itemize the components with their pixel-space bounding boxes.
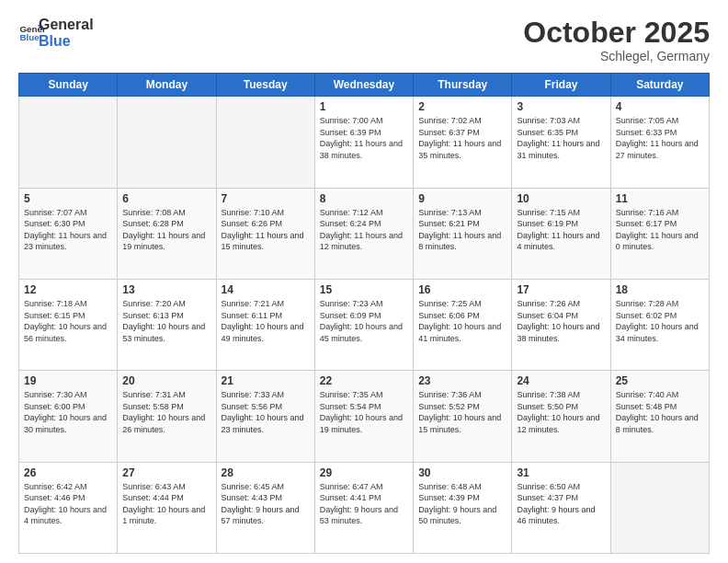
day-info: Sunrise: 7:08 AM Sunset: 6:28 PM Dayligh… — [122, 207, 210, 253]
calendar-cell: 28Sunrise: 6:45 AM Sunset: 4:43 PM Dayli… — [216, 462, 314, 553]
calendar-week-row: 5Sunrise: 7:07 AM Sunset: 6:30 PM Daylig… — [19, 188, 710, 279]
calendar-cell: 2Sunrise: 7:02 AM Sunset: 6:37 PM Daylig… — [414, 97, 512, 188]
calendar-cell: 26Sunrise: 6:42 AM Sunset: 4:46 PM Dayli… — [19, 462, 118, 553]
day-info: Sunrise: 7:23 AM Sunset: 6:09 PM Dayligh… — [320, 298, 408, 344]
day-info: Sunrise: 7:03 AM Sunset: 6:35 PM Dayligh… — [517, 115, 605, 161]
day-number: 17 — [517, 283, 605, 296]
title-block: October 2025 Schlegel, Germany — [523, 17, 710, 63]
day-number: 27 — [122, 466, 210, 479]
day-info: Sunrise: 7:21 AM Sunset: 6:11 PM Dayligh… — [222, 298, 310, 344]
day-info: Sunrise: 6:43 AM Sunset: 4:44 PM Dayligh… — [122, 481, 210, 527]
location-subtitle: Schlegel, Germany — [523, 49, 710, 63]
calendar-cell: 18Sunrise: 7:28 AM Sunset: 6:02 PM Dayli… — [610, 279, 709, 370]
calendar-cell — [216, 97, 314, 188]
calendar-week-row: 12Sunrise: 7:18 AM Sunset: 6:15 PM Dayli… — [19, 279, 710, 370]
calendar-cell: 12Sunrise: 7:18 AM Sunset: 6:15 PM Dayli… — [19, 279, 118, 370]
day-number: 7 — [222, 192, 310, 205]
logo-line2: Blue — [39, 33, 94, 50]
day-number: 30 — [418, 466, 506, 479]
calendar-cell: 10Sunrise: 7:15 AM Sunset: 6:19 PM Dayli… — [512, 188, 610, 279]
calendar-cell: 30Sunrise: 6:48 AM Sunset: 4:39 PM Dayli… — [414, 462, 512, 553]
day-info: Sunrise: 7:13 AM Sunset: 6:21 PM Dayligh… — [418, 207, 506, 253]
calendar-cell: 16Sunrise: 7:25 AM Sunset: 6:06 PM Dayli… — [414, 279, 512, 370]
calendar-cell: 13Sunrise: 7:20 AM Sunset: 6:13 PM Dayli… — [118, 279, 216, 370]
day-number: 29 — [320, 466, 408, 479]
day-info: Sunrise: 7:31 AM Sunset: 5:58 PM Dayligh… — [122, 389, 210, 435]
day-number: 5 — [24, 192, 112, 205]
day-info: Sunrise: 7:02 AM Sunset: 6:37 PM Dayligh… — [418, 115, 506, 161]
calendar-cell: 1Sunrise: 7:00 AM Sunset: 6:39 PM Daylig… — [314, 97, 413, 188]
day-number: 18 — [616, 283, 704, 296]
day-number: 2 — [418, 100, 506, 113]
day-number: 1 — [320, 100, 408, 113]
day-info: Sunrise: 7:12 AM Sunset: 6:24 PM Dayligh… — [320, 207, 408, 253]
calendar-cell: 22Sunrise: 7:35 AM Sunset: 5:54 PM Dayli… — [314, 371, 413, 462]
day-number: 9 — [418, 192, 506, 205]
day-number: 21 — [222, 374, 310, 387]
header: General Blue General Blue October 2025 S… — [18, 17, 710, 63]
day-info: Sunrise: 6:50 AM Sunset: 4:37 PM Dayligh… — [517, 481, 605, 527]
calendar-cell: 8Sunrise: 7:12 AM Sunset: 6:24 PM Daylig… — [314, 188, 413, 279]
day-number: 23 — [418, 374, 506, 387]
weekday-header-wednesday: Wednesday — [314, 74, 413, 97]
day-info: Sunrise: 7:36 AM Sunset: 5:52 PM Dayligh… — [418, 389, 506, 435]
day-number: 20 — [122, 374, 210, 387]
calendar-cell: 6Sunrise: 7:08 AM Sunset: 6:28 PM Daylig… — [118, 188, 216, 279]
day-number: 19 — [24, 374, 112, 387]
logo: General Blue General Blue — [18, 17, 94, 49]
calendar-cell: 29Sunrise: 6:47 AM Sunset: 4:41 PM Dayli… — [314, 462, 413, 553]
calendar-cell: 5Sunrise: 7:07 AM Sunset: 6:30 PM Daylig… — [19, 188, 118, 279]
calendar-week-row: 1Sunrise: 7:00 AM Sunset: 6:39 PM Daylig… — [19, 97, 710, 188]
day-info: Sunrise: 7:33 AM Sunset: 5:56 PM Dayligh… — [222, 389, 310, 435]
day-info: Sunrise: 7:07 AM Sunset: 6:30 PM Dayligh… — [24, 207, 112, 253]
calendar-cell: 25Sunrise: 7:40 AM Sunset: 5:48 PM Dayli… — [610, 371, 709, 462]
day-info: Sunrise: 7:30 AM Sunset: 6:00 PM Dayligh… — [24, 389, 112, 435]
calendar-cell: 11Sunrise: 7:16 AM Sunset: 6:17 PM Dayli… — [610, 188, 709, 279]
day-number: 25 — [616, 374, 704, 387]
day-info: Sunrise: 7:26 AM Sunset: 6:04 PM Dayligh… — [517, 298, 605, 344]
day-info: Sunrise: 7:40 AM Sunset: 5:48 PM Dayligh… — [616, 389, 704, 435]
day-number: 28 — [222, 466, 310, 479]
day-info: Sunrise: 7:25 AM Sunset: 6:06 PM Dayligh… — [418, 298, 506, 344]
day-info: Sunrise: 7:15 AM Sunset: 6:19 PM Dayligh… — [517, 207, 605, 253]
calendar-cell: 19Sunrise: 7:30 AM Sunset: 6:00 PM Dayli… — [19, 371, 118, 462]
day-info: Sunrise: 7:00 AM Sunset: 6:39 PM Dayligh… — [320, 115, 408, 161]
day-number: 24 — [517, 374, 605, 387]
logo-line1: General — [39, 17, 94, 33]
day-number: 14 — [222, 283, 310, 296]
day-info: Sunrise: 6:42 AM Sunset: 4:46 PM Dayligh… — [24, 481, 112, 527]
calendar-cell: 24Sunrise: 7:38 AM Sunset: 5:50 PM Dayli… — [512, 371, 610, 462]
day-number: 15 — [320, 283, 408, 296]
calendar-cell — [610, 462, 709, 553]
calendar-cell: 4Sunrise: 7:05 AM Sunset: 6:33 PM Daylig… — [610, 97, 709, 188]
day-info: Sunrise: 6:45 AM Sunset: 4:43 PM Dayligh… — [222, 481, 310, 527]
day-info: Sunrise: 7:05 AM Sunset: 6:33 PM Dayligh… — [616, 115, 704, 161]
day-number: 4 — [616, 100, 704, 113]
day-number: 13 — [122, 283, 210, 296]
month-title: October 2025 — [523, 17, 710, 49]
day-number: 12 — [24, 283, 112, 296]
calendar-cell: 21Sunrise: 7:33 AM Sunset: 5:56 PM Dayli… — [216, 371, 314, 462]
weekday-header-friday: Friday — [512, 74, 610, 97]
day-info: Sunrise: 7:35 AM Sunset: 5:54 PM Dayligh… — [320, 389, 408, 435]
day-number: 26 — [24, 466, 112, 479]
calendar-cell — [19, 97, 118, 188]
calendar-cell: 7Sunrise: 7:10 AM Sunset: 6:26 PM Daylig… — [216, 188, 314, 279]
day-number: 6 — [122, 192, 210, 205]
day-info: Sunrise: 7:20 AM Sunset: 6:13 PM Dayligh… — [122, 298, 210, 344]
day-info: Sunrise: 7:16 AM Sunset: 6:17 PM Dayligh… — [616, 207, 704, 253]
calendar-cell: 9Sunrise: 7:13 AM Sunset: 6:21 PM Daylig… — [414, 188, 512, 279]
calendar-cell: 15Sunrise: 7:23 AM Sunset: 6:09 PM Dayli… — [314, 279, 413, 370]
calendar-cell: 20Sunrise: 7:31 AM Sunset: 5:58 PM Dayli… — [118, 371, 216, 462]
day-info: Sunrise: 6:47 AM Sunset: 4:41 PM Dayligh… — [320, 481, 408, 527]
calendar-cell: 17Sunrise: 7:26 AM Sunset: 6:04 PM Dayli… — [512, 279, 610, 370]
svg-text:Blue: Blue — [19, 32, 40, 42]
day-number: 10 — [517, 192, 605, 205]
day-number: 8 — [320, 192, 408, 205]
calendar-week-row: 26Sunrise: 6:42 AM Sunset: 4:46 PM Dayli… — [19, 462, 710, 553]
calendar-cell — [118, 97, 216, 188]
calendar-cell: 23Sunrise: 7:36 AM Sunset: 5:52 PM Dayli… — [414, 371, 512, 462]
day-info: Sunrise: 7:10 AM Sunset: 6:26 PM Dayligh… — [222, 207, 310, 253]
day-info: Sunrise: 7:18 AM Sunset: 6:15 PM Dayligh… — [24, 298, 112, 344]
day-number: 16 — [418, 283, 506, 296]
